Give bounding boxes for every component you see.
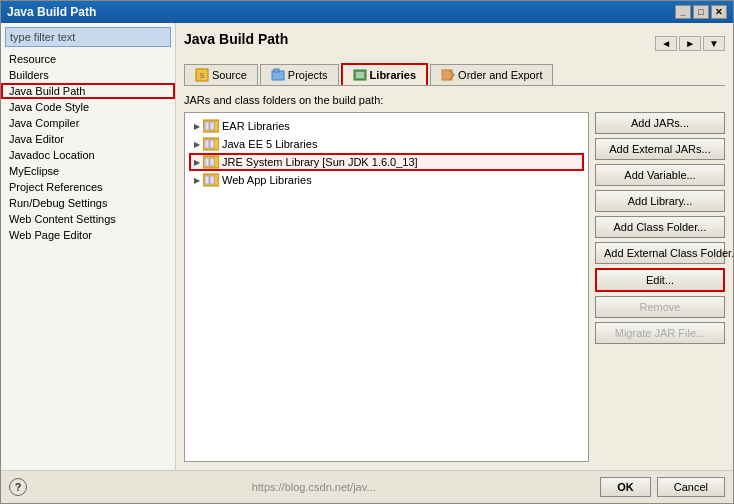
nav-dropdown-button[interactable]: ▼	[703, 36, 725, 51]
filter-input[interactable]	[5, 27, 171, 47]
sidebar-item-web-content-settings[interactable]: Web Content Settings	[1, 211, 175, 227]
nav-buttons: ◄ ► ▼	[655, 36, 725, 51]
sidebar-item-java-compiler[interactable]: Java Compiler	[1, 115, 175, 131]
help-button[interactable]: ?	[9, 478, 27, 496]
projects-tab-label: Projects	[288, 69, 328, 81]
ok-button[interactable]: OK	[600, 477, 651, 497]
sidebar-item-javadoc-location[interactable]: Javadoc Location	[1, 147, 175, 163]
svg-rect-13	[205, 140, 209, 148]
remove-button: Remove	[595, 296, 725, 318]
migrate-jar-button: Migrate JAR File...	[595, 322, 725, 344]
library-area: ▶EAR Libraries▶Java EE 5 Libraries▶JRE S…	[184, 112, 725, 462]
svg-rect-10	[205, 122, 209, 130]
maximize-button[interactable]: □	[693, 5, 709, 19]
source-tab-label: Source	[212, 69, 247, 81]
tree-label-jre-system: JRE System Library [Sun JDK 1.6.0_13]	[222, 156, 418, 168]
add-external-class-folder-button[interactable]: Add External Class Folder...	[595, 242, 725, 264]
tree-arrow-web-app-libraries[interactable]: ▶	[191, 174, 203, 186]
order-export-tab-label: Order and Export	[458, 69, 542, 81]
sidebar-item-web-page-editor[interactable]: Web Page Editor	[1, 227, 175, 243]
projects-tab-icon	[271, 68, 285, 82]
sidebar-item-builders[interactable]: Builders	[1, 67, 175, 83]
tabs-container: SSourceProjectsLibrariesOrder and Export	[184, 63, 725, 86]
nav-back-button[interactable]: ◄	[655, 36, 677, 51]
tree-panel: ▶EAR Libraries▶Java EE 5 Libraries▶JRE S…	[184, 112, 589, 462]
tab-order-export[interactable]: Order and Export	[430, 64, 553, 85]
bottom-buttons: OK Cancel	[600, 477, 725, 497]
sidebar-item-myeclipse[interactable]: MyEclipse	[1, 163, 175, 179]
tree-item-java-ee-libraries[interactable]: ▶Java EE 5 Libraries	[189, 135, 584, 153]
svg-rect-14	[210, 140, 214, 148]
cancel-button[interactable]: Cancel	[657, 477, 725, 497]
minimize-button[interactable]: _	[675, 5, 691, 19]
tree-item-ear-libraries[interactable]: ▶EAR Libraries	[189, 117, 584, 135]
sidebar-item-java-build-path[interactable]: Java Build Path	[1, 83, 175, 99]
nav-forward-button[interactable]: ►	[679, 36, 701, 51]
tree-item-web-app-libraries[interactable]: ▶Web App Libraries	[189, 171, 584, 189]
tab-projects[interactable]: Projects	[260, 64, 339, 85]
svg-rect-19	[205, 176, 209, 184]
title-bar-buttons: _ □ ✕	[675, 5, 727, 19]
header-area: Java Build Path ◄ ► ▼	[184, 31, 725, 55]
add-class-folder-button[interactable]: Add Class Folder...	[595, 216, 725, 238]
add-external-jars-button[interactable]: Add External JARs...	[595, 138, 725, 160]
title-bar: Java Build Path _ □ ✕	[1, 1, 733, 23]
order-export-tab-icon	[441, 68, 455, 82]
bottom-bar: ? https://blog.csdn.net/jav... OK Cancel	[1, 470, 733, 503]
sidebar-item-resource[interactable]: Resource	[1, 51, 175, 67]
svg-rect-11	[210, 122, 214, 130]
svg-rect-3	[274, 69, 279, 72]
svg-rect-16	[205, 158, 209, 166]
source-tab-icon: S	[195, 68, 209, 82]
tree-label-web-app-libraries: Web App Libraries	[222, 174, 312, 186]
libraries-tab-label: Libraries	[370, 69, 416, 81]
edit-button[interactable]: Edit...	[595, 268, 725, 292]
tree-label-ear-libraries: EAR Libraries	[222, 120, 290, 132]
svg-rect-17	[210, 158, 214, 166]
panel-title: Java Build Path	[184, 31, 288, 47]
tree-icon-web-app-libraries	[203, 173, 219, 187]
sidebar: ResourceBuildersJava Build PathJava Code…	[1, 23, 176, 470]
tree-arrow-jre-system[interactable]: ▶	[191, 156, 203, 168]
svg-text:S: S	[200, 72, 205, 79]
sidebar-item-java-code-style[interactable]: Java Code Style	[1, 99, 175, 115]
libraries-tab-icon	[353, 68, 367, 82]
main-dialog: Java Build Path _ □ ✕ ResourceBuildersJa…	[0, 0, 734, 504]
tree-arrow-ear-libraries[interactable]: ▶	[191, 120, 203, 132]
tree-icon-ear-libraries	[203, 119, 219, 133]
description-text: JARs and class folders on the build path…	[184, 94, 725, 106]
watermark-text: https://blog.csdn.net/jav...	[252, 481, 376, 493]
content-area: ResourceBuildersJava Build PathJava Code…	[1, 23, 733, 470]
tab-source[interactable]: SSource	[184, 64, 258, 85]
close-button[interactable]: ✕	[711, 5, 727, 19]
sidebar-item-project-references[interactable]: Project References	[1, 179, 175, 195]
svg-rect-20	[210, 176, 214, 184]
sidebar-item-run-debug-settings[interactable]: Run/Debug Settings	[1, 195, 175, 211]
tree-icon-java-ee-libraries	[203, 137, 219, 151]
main-panel: Java Build Path ◄ ► ▼ SSourceProjectsLib…	[176, 23, 733, 470]
tree-item-jre-system[interactable]: ▶JRE System Library [Sun JDK 1.6.0_13]	[189, 153, 584, 171]
buttons-panel: Add JARs...Add External JARs...Add Varia…	[595, 112, 725, 462]
add-variable-button[interactable]: Add Variable...	[595, 164, 725, 186]
sidebar-item-java-editor[interactable]: Java Editor	[1, 131, 175, 147]
tree-label-java-ee-libraries: Java EE 5 Libraries	[222, 138, 317, 150]
dialog-title: Java Build Path	[7, 5, 96, 19]
tree-arrow-java-ee-libraries[interactable]: ▶	[191, 138, 203, 150]
sidebar-items-container: ResourceBuildersJava Build PathJava Code…	[1, 51, 175, 243]
tree-icon-jre-system	[203, 155, 219, 169]
add-jars-button[interactable]: Add JARs...	[595, 112, 725, 134]
tab-libraries[interactable]: Libraries	[341, 63, 428, 85]
add-library-button[interactable]: Add Library...	[595, 190, 725, 212]
